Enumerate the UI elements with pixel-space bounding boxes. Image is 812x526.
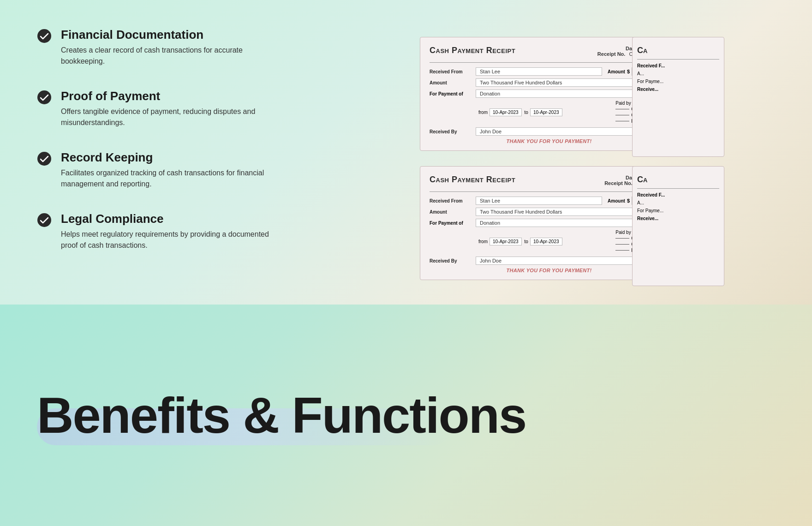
to-label: to [525, 110, 528, 115]
received-from-label-2: Received From [430, 198, 476, 203]
benefit-title: Record Keeping [61, 150, 282, 165]
benefit-content: Record Keeping Facilitates organized tra… [61, 150, 282, 190]
from-label-2: from [478, 239, 488, 244]
svg-point-3 [37, 213, 51, 227]
amount-words-label-2: Amount [430, 209, 476, 215]
svg-point-0 [37, 29, 51, 43]
partial-amount: A... [637, 71, 719, 76]
top-section: Financial Documentation Creates a clear … [0, 0, 812, 305]
from-date-2: 10-Apr-2023 [490, 238, 522, 245]
partial-divider [637, 59, 719, 60]
paid-by-label: Paid by [615, 101, 631, 106]
amount-symbol-2: $ [627, 198, 630, 203]
to-period-2: to 10-Apr-2023 [525, 238, 562, 245]
amount-label: Amount [608, 69, 625, 74]
amount-label-2: Amount [608, 198, 625, 203]
partial-title-top: Ca [637, 46, 719, 55]
received-by-label: Received By [430, 129, 476, 134]
benefit-item-proof-of-payment: Proof of Payment Offers tangible evidenc… [37, 89, 286, 128]
receipts-container: Cash Payment Receipt Date 10-Apr-2023 Re… [420, 28, 706, 295]
amount-words-label: Amount [430, 80, 476, 85]
receipt-title: Cash Payment Receipt [430, 46, 515, 55]
partial-receive: Receive... [637, 87, 719, 92]
from-date: 10-Apr-2023 [490, 108, 522, 116]
checkmark-icon [37, 90, 52, 105]
benefit-desc: Helps meet regulatory requirements by pr… [61, 229, 282, 251]
from-period: from 10-Apr-2023 [478, 108, 522, 116]
bank-line [615, 121, 629, 121]
amount-symbol: $ [627, 69, 630, 74]
to-period: to 10-Apr-2023 [525, 108, 562, 116]
benefit-desc: Facilitates organized tracking of cash t… [61, 167, 282, 190]
from-period-2: from 10-Apr-2023 [478, 238, 522, 245]
paid-by-label-2: Paid by [615, 230, 631, 235]
to-date: 10-Apr-2023 [530, 108, 562, 116]
benefit-title: Proof of Payment [61, 89, 282, 103]
partial-for-2: For Payme... [637, 208, 719, 213]
section-title-wrapper: Benefits & Functions [37, 390, 526, 441]
checkmark-icon [37, 213, 52, 227]
check-line-2 [615, 238, 629, 239]
receipt-no-label: Receipt No. [597, 51, 626, 57]
section-title: Benefits & Functions [37, 390, 526, 441]
bank-line-2 [615, 250, 629, 251]
benefit-item-legal-compliance: Legal Compliance Helps meet regulatory r… [37, 212, 286, 251]
benefit-item-financial-documentation: Financial Documentation Creates a clear … [37, 28, 286, 67]
checkmark-icon [37, 151, 52, 166]
card-line [615, 115, 629, 115]
benefit-content: Financial Documentation Creates a clear … [61, 28, 282, 67]
bottom-section: Benefits & Functions [0, 305, 812, 526]
check-line [615, 109, 629, 109]
partial-title-bottom: Ca [637, 175, 719, 185]
benefit-title: Financial Documentation [61, 28, 282, 42]
receipt-no-label-2: Receipt No. [604, 180, 633, 186]
partial-divider-2 [637, 188, 719, 189]
benefit-content: Legal Compliance Helps meet regulatory r… [61, 212, 282, 251]
checkmark-icon [37, 29, 52, 43]
benefit-desc: Offers tangible evidence of payment, red… [61, 106, 282, 128]
card-line-2 [615, 244, 629, 245]
receipts-panel: Cash Payment Receipt Date 10-Apr-2023 Re… [314, 0, 812, 305]
from-label: from [478, 110, 488, 115]
partial-received-2: Received F... [637, 192, 719, 197]
benefits-panel: Financial Documentation Creates a clear … [0, 0, 314, 305]
svg-point-2 [37, 152, 51, 166]
partial-amount-2: A... [637, 200, 719, 205]
benefit-content: Proof of Payment Offers tangible evidenc… [61, 89, 282, 128]
partial-for: For Payme... [637, 79, 719, 84]
for-payment-label-2: For Payment of [430, 221, 476, 226]
for-payment-label: For Payment of [430, 91, 476, 96]
partial-receive-2: Receive... [637, 216, 719, 221]
received-from-value-2: Stan Lee [476, 197, 602, 205]
svg-point-1 [37, 90, 51, 104]
receipt-partial-top: Ca Received F... A... For Payme... Recei… [632, 37, 724, 157]
receipt-title-2: Cash Payment Receipt [430, 175, 515, 185]
received-from-label: Received From [430, 69, 476, 74]
benefit-item-record-keeping: Record Keeping Facilitates organized tra… [37, 150, 286, 190]
received-from-value: Stan Lee [476, 67, 602, 76]
partial-received: Received F... [637, 63, 719, 68]
benefit-desc: Creates a clear record of cash transacti… [61, 45, 282, 67]
received-by-label-2: Received By [430, 258, 476, 263]
benefit-title: Legal Compliance [61, 212, 282, 226]
to-date-2: 10-Apr-2023 [530, 238, 562, 245]
to-label-2: to [525, 239, 528, 244]
receipt-partial-bottom: Ca Received F... A... For Payme... Recei… [632, 166, 724, 286]
